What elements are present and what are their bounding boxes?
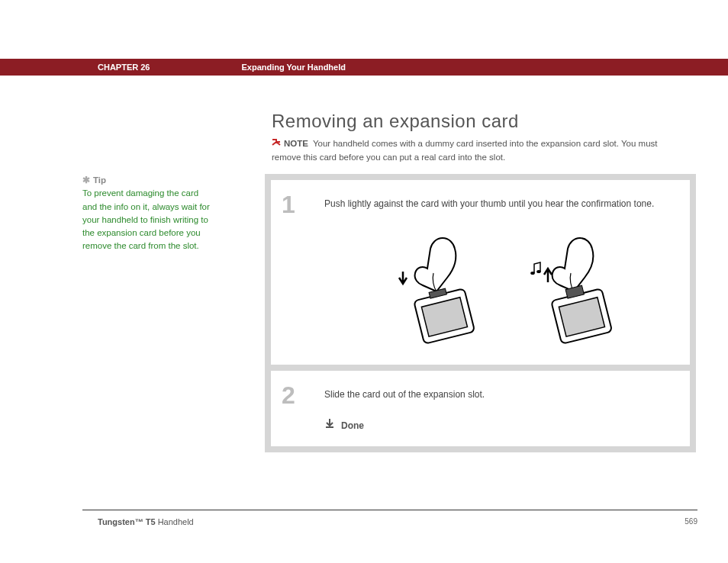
step-text: Push lightly against the card with your … [324, 197, 675, 211]
chapter-title: Expanding Your Handheld [241, 63, 346, 72]
asterisk-icon: ✱ [82, 175, 90, 185]
note-text: Your handheld comes with a dummy card in… [272, 139, 658, 162]
chapter-label: CHAPTER 26 [98, 63, 150, 72]
tip-header: ✱Tip [82, 174, 212, 187]
illustration-push-down [382, 232, 481, 346]
tip-label: Tip [93, 175, 106, 185]
note-label: NOTE [284, 139, 308, 148]
footer-product-rest: Handheld [156, 517, 194, 526]
tip-block: ✱Tip To prevent damaging the card and th… [82, 174, 212, 253]
step-body: Slide the card out of the expansion slot… [324, 371, 690, 446]
note-block: NOTEYour handheld comes with a dummy car… [272, 137, 676, 164]
svg-point-4 [536, 270, 541, 273]
step-body: Push lightly against the card with your … [324, 180, 690, 365]
step-2: 2 Slide the card out of the expansion sl… [271, 371, 690, 446]
step-text: Slide the card out of the expansion slot… [324, 388, 675, 401]
illustration-pop-up [519, 232, 618, 346]
done-row: Done [324, 418, 675, 433]
steps-container: 1 Push lightly against the card with you… [265, 174, 696, 452]
tip-body: To prevent damaging the card and the inf… [82, 187, 212, 253]
chapter-header-bar: CHAPTER 26 Expanding Your Handheld [0, 59, 728, 76]
done-arrow-icon [324, 418, 335, 433]
page-title: Removing an expansion card [272, 111, 519, 132]
footer-rule [82, 510, 697, 510]
note-icon [272, 137, 281, 150]
illustration-row [324, 232, 675, 346]
svg-point-3 [530, 272, 535, 275]
step-number: 2 [271, 371, 324, 410]
footer-page-number: 569 [685, 517, 697, 526]
step-1: 1 Push lightly against the card with you… [271, 180, 690, 365]
footer-product: Tungsten™ T5 Handheld [98, 517, 194, 526]
step-number: 1 [271, 180, 324, 219]
done-label: Done [341, 419, 364, 433]
footer-product-bold: Tungsten™ T5 [98, 517, 156, 526]
